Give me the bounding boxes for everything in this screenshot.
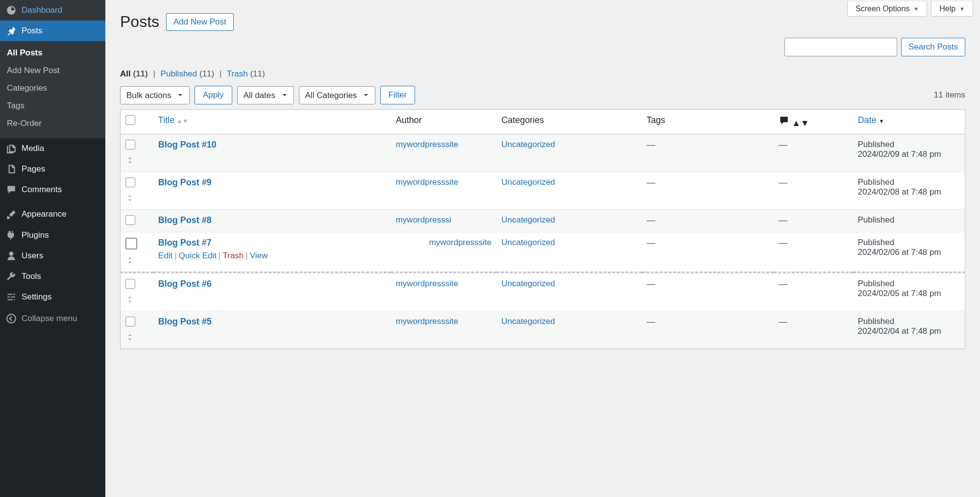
menu-dashboard[interactable]: Dashboard xyxy=(0,0,105,21)
table-row: Blog Post #7Edit|Quick Edit|Trash|Viewmy… xyxy=(121,232,965,273)
comments-value: — xyxy=(779,215,787,225)
menu-label: Users xyxy=(22,250,43,261)
menu-plugins[interactable]: Plugins xyxy=(0,225,105,246)
category-link[interactable]: Uncategorized xyxy=(501,317,555,326)
submenu-reorder[interactable]: Re-Order xyxy=(0,115,105,132)
submenu-categories[interactable]: Categories xyxy=(0,79,105,97)
help-tab[interactable]: Help ▼ xyxy=(931,1,973,17)
row-checkbox[interactable] xyxy=(125,317,135,326)
bulk-actions-select[interactable]: Bulk actions xyxy=(120,86,190,104)
row-checkbox[interactable] xyxy=(125,238,137,249)
row-checkbox[interactable] xyxy=(125,177,135,187)
user-icon xyxy=(6,250,17,261)
view-link[interactable]: View xyxy=(250,251,268,260)
search-posts-input[interactable] xyxy=(784,38,897,56)
author-link[interactable]: mywordpresssite xyxy=(396,177,459,187)
author-link[interactable]: mywordpresssite xyxy=(396,317,459,326)
add-new-post-button[interactable]: Add New Post xyxy=(166,13,234,31)
submenu-all-posts[interactable]: All Posts xyxy=(0,44,105,62)
reorder-handle[interactable] xyxy=(125,333,148,343)
comments-value: — xyxy=(779,238,787,248)
menu-posts[interactable]: Posts xyxy=(0,21,105,41)
menu-media[interactable]: Media xyxy=(0,138,105,159)
author-link[interactable]: mywordpresssite xyxy=(396,279,459,288)
pages-icon xyxy=(6,164,17,174)
menu-tools[interactable]: Tools xyxy=(0,266,105,287)
author-link[interactable]: mywordpresssite xyxy=(396,140,459,149)
filter-trash[interactable]: Trash xyxy=(227,69,248,78)
menu-appearance[interactable]: Appearance xyxy=(0,204,105,224)
comments-value: — xyxy=(779,317,787,326)
post-title-link[interactable]: Blog Post #6 xyxy=(158,279,212,289)
reorder-handle[interactable] xyxy=(125,156,148,166)
table-row: Blog Post #6mywordpresssiteUncategorized… xyxy=(121,273,965,311)
category-link[interactable]: Uncategorized xyxy=(501,140,555,149)
menu-pages[interactable]: Pages xyxy=(0,159,105,179)
column-date[interactable]: Date ▼ xyxy=(853,110,965,134)
date-cell: Published2024/02/08 at 7:48 pm xyxy=(853,172,965,210)
plug-icon xyxy=(6,230,17,241)
tags-value: — xyxy=(647,140,656,149)
menu-label: Media xyxy=(22,143,44,154)
category-link[interactable]: Uncategorized xyxy=(501,177,555,187)
chevron-down-icon: ▼ xyxy=(913,6,919,12)
posts-table: Title▲▼ Author Categories Tags ▲▼ Date ▼… xyxy=(120,109,965,349)
menu-label: Pages xyxy=(22,164,45,174)
menu-label: Posts xyxy=(22,25,43,36)
tags-value: — xyxy=(647,317,656,326)
category-filter-select[interactable]: All Categories xyxy=(299,86,375,104)
date-cell: Published2024/02/04 at 7:48 pm xyxy=(853,311,965,349)
column-categories: Categories xyxy=(496,110,641,134)
post-title-link[interactable]: Blog Post #5 xyxy=(158,317,212,326)
category-link[interactable]: Uncategorized xyxy=(501,238,555,247)
author-link[interactable]: mywordpresssi xyxy=(396,215,451,224)
column-title[interactable]: Title▲▼ xyxy=(153,110,391,134)
post-title-link[interactable]: Blog Post #9 xyxy=(158,177,212,187)
reorder-handle[interactable] xyxy=(125,256,148,266)
collapse-menu[interactable]: Collapse menu xyxy=(0,307,105,330)
row-actions: Edit|Quick Edit|Trash|View xyxy=(158,251,268,261)
menu-label: Comments xyxy=(22,184,62,195)
menu-comments[interactable]: Comments xyxy=(0,179,105,200)
edit-link[interactable]: Edit xyxy=(158,251,172,260)
select-all-checkbox[interactable] xyxy=(125,115,135,125)
date-cell: Published2024/02/05 at 7:48 pm xyxy=(853,273,965,311)
menu-users[interactable]: Users xyxy=(0,246,105,266)
category-link[interactable]: Uncategorized xyxy=(501,215,555,224)
reorder-handle[interactable] xyxy=(125,295,148,305)
collapse-icon xyxy=(6,313,17,324)
wrench-icon xyxy=(6,271,17,282)
search-posts-button[interactable]: Search Posts xyxy=(901,38,965,56)
submenu-tags[interactable]: Tags xyxy=(0,97,105,115)
comments-value: — xyxy=(779,279,787,289)
filter-published[interactable]: Published xyxy=(161,69,197,78)
date-filter-select[interactable]: All dates xyxy=(237,86,294,104)
row-checkbox[interactable] xyxy=(125,215,135,225)
post-title-link[interactable]: Blog Post #7 xyxy=(158,238,212,248)
post-title-link[interactable]: Blog Post #10 xyxy=(158,140,217,149)
table-row: Blog Post #8mywordpresssiUncategorized——… xyxy=(121,210,965,232)
filter-all[interactable]: All (11) xyxy=(120,69,148,78)
tags-value: — xyxy=(647,177,656,187)
menu-label: Settings xyxy=(22,292,51,302)
filter-button[interactable]: Filter xyxy=(380,86,416,104)
comment-bubble-icon xyxy=(779,115,789,126)
column-comments[interactable]: ▲▼ xyxy=(774,110,853,134)
quick-edit-link[interactable]: Quick Edit xyxy=(179,251,217,260)
reorder-handle[interactable] xyxy=(125,194,148,204)
author-link[interactable]: mywordpresssite xyxy=(429,238,492,248)
submenu-add-new-post[interactable]: Add New Post xyxy=(0,62,105,79)
row-checkbox[interactable] xyxy=(125,279,135,289)
apply-button[interactable]: Apply xyxy=(195,86,232,104)
sort-icon: ▲▼ xyxy=(176,118,188,124)
post-title-link[interactable]: Blog Post #8 xyxy=(158,215,212,225)
menu-label: Appearance xyxy=(22,209,67,220)
svg-point-0 xyxy=(7,314,16,323)
screen-options-tab[interactable]: Screen Options ▼ xyxy=(847,1,927,17)
category-link[interactable]: Uncategorized xyxy=(501,279,555,288)
row-checkbox[interactable] xyxy=(125,140,135,149)
menu-settings[interactable]: Settings xyxy=(0,287,105,307)
menu-label: Dashboard xyxy=(22,5,62,16)
sort-desc-icon: ▼ xyxy=(878,118,884,124)
trash-link[interactable]: Trash xyxy=(222,251,244,260)
